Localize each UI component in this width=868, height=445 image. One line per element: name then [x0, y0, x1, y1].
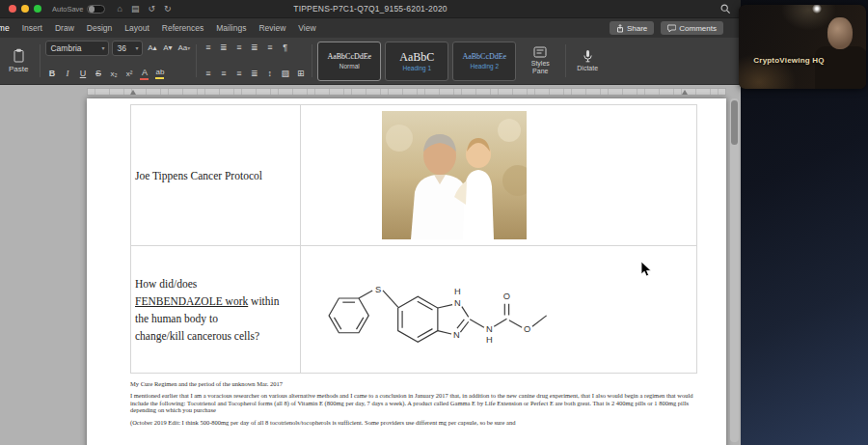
- bold-button[interactable]: B: [45, 67, 58, 81]
- microphone-icon: [583, 49, 593, 63]
- style-heading-2[interactable]: AaBbCcDdEe Heading 2: [452, 42, 516, 81]
- tab-view[interactable]: View: [298, 23, 315, 33]
- ribbon-tabs: Home Insert Draw Design Layout Reference…: [0, 23, 316, 33]
- grow-font-button[interactable]: A▴: [146, 42, 158, 56]
- styles-pane-button[interactable]: Styles Pane: [520, 41, 560, 81]
- font-color-swatch: [140, 78, 149, 80]
- multilevel-list-button[interactable]: ≡: [232, 41, 245, 55]
- undo-icon[interactable]: ↺: [148, 5, 155, 14]
- table-cell-photo[interactable]: [301, 105, 697, 246]
- show-paragraph-marks-button[interactable]: ¶: [279, 41, 291, 55]
- superscript-button[interactable]: x²: [122, 67, 135, 81]
- bullets-button[interactable]: ≡: [202, 41, 214, 55]
- style-heading-1[interactable]: AaBbC Heading 1: [385, 42, 448, 81]
- comments-button[interactable]: Comments: [661, 21, 723, 35]
- tab-draw[interactable]: Draw: [55, 23, 74, 33]
- atom-o2: O: [524, 323, 530, 333]
- paragraph-group: ≡ ≣ ≡ ≣ ≡ ¶ ≡ ≡ ≡ ≣ ↕ ▨ ⊞: [202, 41, 307, 81]
- tab-design[interactable]: Design: [87, 23, 112, 33]
- autosave-toggle[interactable]: [87, 5, 105, 14]
- toolbar-divider: [196, 44, 197, 77]
- clipboard-icon: [13, 48, 25, 63]
- tab-home[interactable]: Home: [0, 23, 10, 33]
- document-table: Joe Tippens Cancer Protocol: [130, 104, 697, 374]
- font-color-button[interactable]: A: [138, 67, 150, 81]
- font-name-select[interactable]: Cambria ▾: [45, 41, 109, 56]
- ruler-ticks: [88, 89, 725, 95]
- subscript-button[interactable]: x₂: [107, 67, 120, 81]
- chevron-down-icon: ▾: [135, 45, 138, 51]
- underline-button[interactable]: U: [76, 67, 89, 81]
- person-head: [827, 17, 853, 49]
- home-icon[interactable]: ⌂: [118, 5, 122, 14]
- font-size-select[interactable]: 36 ▾: [112, 41, 143, 56]
- question-text: How did/does FENBENDAZOLE work within th…: [135, 275, 296, 345]
- tab-references[interactable]: References: [162, 23, 203, 33]
- redo-icon[interactable]: ↻: [164, 5, 172, 14]
- ribbon-tab-bar: Home Insert Draw Design Layout Reference…: [0, 18, 741, 38]
- table-cell-molecule[interactable]: S N H: [301, 246, 697, 374]
- table-row: How did/does FENBENDAZOLE work within th…: [131, 246, 697, 374]
- style-name: Heading 2: [470, 63, 499, 70]
- decrease-indent-button[interactable]: ≣: [248, 41, 260, 55]
- tab-layout[interactable]: Layout: [124, 23, 149, 33]
- ruler[interactable]: [87, 88, 726, 96]
- search-icon[interactable]: [720, 4, 731, 14]
- atom-n2: N: [453, 329, 460, 339]
- strikethrough-button[interactable]: S: [92, 67, 104, 81]
- dictate-button[interactable]: Dictate: [571, 41, 604, 81]
- align-left-button[interactable]: ≡: [202, 67, 214, 81]
- document-area: Joe Tippens Cancer Protocol: [0, 85, 741, 445]
- share-label: Share: [627, 24, 647, 33]
- style-normal[interactable]: AaBbCcDdEe Normal: [317, 42, 381, 81]
- share-button[interactable]: Share: [610, 21, 654, 35]
- highlight-color-swatch: [155, 77, 164, 79]
- save-icon[interactable]: ▤: [131, 5, 140, 14]
- fenbendazole-link[interactable]: FENBENDAZOLE work: [135, 295, 248, 307]
- shading-button[interactable]: ▨: [279, 67, 291, 81]
- shrink-font-button[interactable]: A▾: [161, 42, 174, 56]
- body-heading: My Cure Regimen and the period of the un…: [130, 380, 697, 387]
- zoom-button[interactable]: [34, 5, 41, 13]
- tab-insert[interactable]: Insert: [22, 23, 42, 33]
- person-body: [815, 46, 866, 89]
- comment-icon: [667, 24, 676, 33]
- atom-o1: O: [503, 292, 510, 301]
- italic-button[interactable]: I: [61, 67, 73, 81]
- line-spacing-button[interactable]: ↕: [263, 67, 276, 81]
- vertical-scrollbar[interactable]: [730, 98, 739, 442]
- highlight-button[interactable]: ab: [153, 67, 166, 81]
- autosave-label: AutoSave: [52, 5, 84, 14]
- align-right-button[interactable]: ≡: [232, 67, 245, 81]
- tab-review[interactable]: Review: [258, 23, 285, 33]
- document-title: TIPPENS-P7C1-Q7Q1_9155-6201-2020: [293, 4, 448, 14]
- screen: AutoSave ⌂ ▤ ↺ ↻ TIPPENS-P7C1-Q7Q1_9155-…: [0, 0, 868, 445]
- paste-button[interactable]: Paste: [2, 41, 35, 81]
- tab-mailings[interactable]: Mailings: [216, 23, 246, 33]
- fenbendazole-structure[interactable]: S N H: [318, 261, 692, 359]
- style-preview: AaBbCcDdEe: [462, 53, 506, 61]
- ribbon-toolbar: Paste Cambria ▾ 36 ▾ A▴ A▾: [0, 38, 741, 85]
- table-cell-protocol-title[interactable]: Joe Tippens Cancer Protocol: [131, 105, 301, 246]
- style-name: Normal: [339, 63, 360, 70]
- toolbar-divider: [565, 44, 566, 77]
- borders-button[interactable]: ⊞: [294, 67, 307, 81]
- document-page[interactable]: Joe Tippens Cancer Protocol: [87, 98, 726, 445]
- style-preview: AaBbCcDdEe: [327, 53, 371, 61]
- minimize-button[interactable]: [21, 5, 29, 13]
- scrollbar-thumb[interactable]: [731, 100, 738, 145]
- molecule-drawing: S N H: [318, 261, 593, 359]
- styles-pane-icon: [533, 46, 547, 58]
- close-button[interactable]: [9, 5, 16, 13]
- family-photo[interactable]: [382, 111, 527, 239]
- left-indent-marker[interactable]: [130, 90, 136, 95]
- right-indent-marker[interactable]: [682, 90, 688, 95]
- numbering-button[interactable]: ≣: [217, 41, 230, 55]
- autosave-toggle-knob: [89, 6, 95, 13]
- align-center-button[interactable]: ≡: [217, 67, 230, 81]
- table-cell-question[interactable]: How did/does FENBENDAZOLE work within th…: [131, 246, 301, 374]
- change-case-button[interactable]: Aa▾: [176, 42, 191, 56]
- webcam-watermark: CryptoViewing HQ: [739, 56, 839, 65]
- justify-button[interactable]: ≣: [248, 67, 260, 81]
- increase-indent-button[interactable]: ≡: [263, 41, 276, 55]
